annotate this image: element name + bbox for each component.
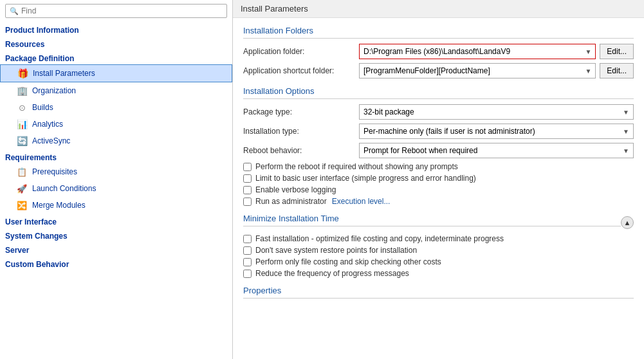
fast-install-checkbox[interactable] — [243, 235, 252, 243]
sidebar: 🔍 Product Information Resources Package … — [0, 0, 233, 359]
sidebar-item-builds-label: Builds — [32, 103, 53, 112]
installation-type-dropdown[interactable]: Per-machine only (fails if user is not a… — [359, 124, 634, 139]
builds-icon: ⊙ — [15, 101, 28, 114]
app-folder-label: Application folder: — [243, 47, 359, 56]
sidebar-item-merge-modules-label: Merge Modules — [32, 201, 86, 210]
run-as-admin-checkbox[interactable] — [243, 198, 252, 206]
installation-options-heading: Installation Options — [243, 86, 634, 99]
enable-verbose-row: Enable verbose logging — [243, 185, 634, 194]
shortcut-folder-edit-button[interactable]: Edit... — [600, 63, 634, 78]
package-type-dropdown[interactable]: 32-bit package ▼ — [359, 104, 634, 120]
fast-install-row: Fast installation - optimized file costi… — [243, 234, 634, 243]
file-costing-only-checkbox[interactable] — [243, 258, 252, 266]
shortcut-folder-arrow-icon: ▼ — [585, 68, 591, 75]
reboot-behavior-row: Reboot behavior: Prompt for Reboot when … — [243, 143, 634, 158]
enable-verbose-label: Enable verbose logging — [255, 185, 336, 194]
reboot-behavior-label: Reboot behavior: — [243, 146, 359, 155]
installation-folders-heading: Installation Folders — [243, 26, 634, 39]
shortcut-folder-label: Application shortcut folder: — [243, 66, 359, 75]
sidebar-item-install-parameters-label: Install Parameters — [33, 69, 95, 78]
sidebar-item-organization[interactable]: 🏢 Organization — [0, 82, 232, 99]
sidebar-item-activesync-label: ActiveSync — [32, 136, 70, 145]
sidebar-item-organization-label: Organization — [32, 86, 76, 95]
reboot-behavior-value: Prompt for Reboot when required — [363, 146, 477, 155]
reduce-frequency-checkbox[interactable] — [243, 270, 252, 278]
sidebar-item-install-parameters[interactable]: 🎁 Install Parameters — [0, 64, 232, 82]
reduce-frequency-row: Reduce the frequency of progress message… — [243, 269, 634, 278]
perform-reboot-row: Perform the reboot if required without s… — [243, 162, 634, 171]
sidebar-item-package-definition[interactable]: Package Definition — [0, 50, 232, 64]
sidebar-item-product-information[interactable]: Product Information — [0, 22, 232, 36]
fast-install-label: Fast installation - optimized file costi… — [255, 234, 504, 243]
app-folder-dropdown[interactable]: D:\Program Files (x86)\Landasoft\LandaV9… — [359, 44, 596, 59]
app-folder-edit-button[interactable]: Edit... — [600, 44, 634, 59]
sidebar-item-prerequisites[interactable]: 📋 Prerequisites — [0, 163, 232, 180]
app-folder-value: D:\Program Files (x86)\Landasoft\LandaV9 — [363, 47, 510, 56]
file-costing-only-label: Perform only file costing and skip check… — [255, 257, 441, 266]
reboot-behavior-control: Prompt for Reboot when required ▼ — [359, 143, 634, 158]
minimize-installation-time-heading: Minimize Installation Time — [243, 214, 621, 226]
sidebar-item-activesync[interactable]: 🔄 ActiveSync — [0, 133, 232, 149]
no-restore-points-label: Don't save system restore points for ins… — [255, 246, 417, 255]
sidebar-item-requirements[interactable]: Requirements — [0, 149, 232, 163]
limit-basic-ui-row: Limit to basic user interface (simple pr… — [243, 174, 634, 183]
content-title: Install Parameters — [233, 0, 644, 18]
sidebar-item-user-interface[interactable]: User Interface — [0, 214, 232, 228]
sidebar-item-server[interactable]: Server — [0, 242, 232, 256]
sidebar-item-launch-conditions-label: Launch Conditions — [32, 184, 96, 193]
launch-conditions-icon: 🚀 — [15, 182, 28, 195]
app-folder-row: Application folder: D:\Program Files (x8… — [243, 44, 634, 59]
minimize-installation-time-section: Minimize Installation Time ▲ Fast instal… — [243, 214, 634, 278]
sidebar-item-analytics-label: Analytics — [32, 120, 63, 129]
no-restore-points-checkbox[interactable] — [243, 246, 252, 255]
installation-type-row: Installation type: Per-machine only (fai… — [243, 124, 634, 139]
organization-icon: 🏢 — [15, 84, 28, 97]
installation-type-arrow-icon: ▼ — [623, 128, 629, 135]
sidebar-item-resources[interactable]: Resources — [0, 36, 232, 50]
run-as-admin-label: Run as administrator — [255, 197, 327, 206]
shortcut-folder-row: Application shortcut folder: [ProgramMen… — [243, 63, 634, 78]
package-type-row: Package type: 32-bit package ▼ — [243, 104, 634, 120]
analytics-icon: 📊 — [15, 118, 28, 131]
sidebar-item-system-changes[interactable]: System Changes — [0, 228, 232, 242]
installation-type-control: Per-machine only (fails if user is not a… — [359, 124, 634, 139]
package-type-arrow-icon: ▼ — [623, 109, 629, 116]
reduce-frequency-label: Reduce the frequency of progress message… — [255, 269, 409, 278]
limit-basic-ui-label: Limit to basic user interface (simple pr… — [255, 174, 476, 183]
installation-type-label: Installation type: — [243, 127, 359, 136]
merge-modules-icon: 🔀 — [15, 199, 28, 212]
search-icon: 🔍 — [10, 7, 19, 15]
installation-folders-section: Installation Folders Application folder:… — [243, 26, 634, 78]
sidebar-item-analytics[interactable]: 📊 Analytics — [0, 116, 232, 133]
no-restore-points-row: Don't save system restore points for ins… — [243, 246, 634, 255]
content-panel: Install Parameters Installation Folders … — [233, 0, 644, 359]
install-parameters-icon: 🎁 — [16, 67, 29, 80]
shortcut-folder-value: [ProgramMenuFolder][ProductName] — [363, 66, 490, 75]
limit-basic-ui-checkbox[interactable] — [243, 174, 252, 183]
perform-reboot-label: Perform the reboot if required without s… — [255, 162, 458, 171]
sidebar-item-launch-conditions[interactable]: 🚀 Launch Conditions — [0, 180, 232, 197]
search-input[interactable] — [21, 6, 223, 15]
package-type-label: Package type: — [243, 107, 359, 116]
prerequisites-icon: 📋 — [15, 165, 28, 178]
reboot-behavior-arrow-icon: ▼ — [623, 147, 629, 154]
sidebar-item-prerequisites-label: Prerequisites — [32, 167, 77, 176]
shortcut-folder-dropdown[interactable]: [ProgramMenuFolder][ProductName] ▼ — [359, 63, 596, 78]
enable-verbose-checkbox[interactable] — [243, 186, 252, 194]
file-costing-only-row: Perform only file costing and skip check… — [243, 257, 634, 266]
shortcut-folder-control: [ProgramMenuFolder][ProductName] ▼ Edit.… — [359, 63, 634, 78]
sidebar-item-custom-behavior[interactable]: Custom Behavior — [0, 256, 232, 270]
perform-reboot-checkbox[interactable] — [243, 163, 252, 171]
app-folder-control: D:\Program Files (x86)\Landasoft\LandaV9… — [359, 44, 634, 59]
sidebar-item-builds[interactable]: ⊙ Builds — [0, 99, 232, 116]
execution-level-link[interactable]: Execution level... — [332, 197, 391, 206]
sidebar-item-merge-modules[interactable]: 🔀 Merge Modules — [0, 197, 232, 214]
run-as-admin-row: Run as administrator Execution level... — [243, 197, 634, 206]
installation-type-value: Per-machine only (fails if user is not a… — [363, 127, 535, 136]
minimize-installation-time-header-row: Minimize Installation Time ▲ — [243, 214, 634, 232]
activesync-icon: 🔄 — [15, 134, 28, 147]
reboot-behavior-dropdown[interactable]: Prompt for Reboot when required ▼ — [359, 143, 634, 158]
app-folder-arrow-icon: ▼ — [585, 48, 591, 55]
search-box[interactable]: 🔍 — [5, 4, 227, 18]
collapse-button[interactable]: ▲ — [621, 216, 634, 229]
